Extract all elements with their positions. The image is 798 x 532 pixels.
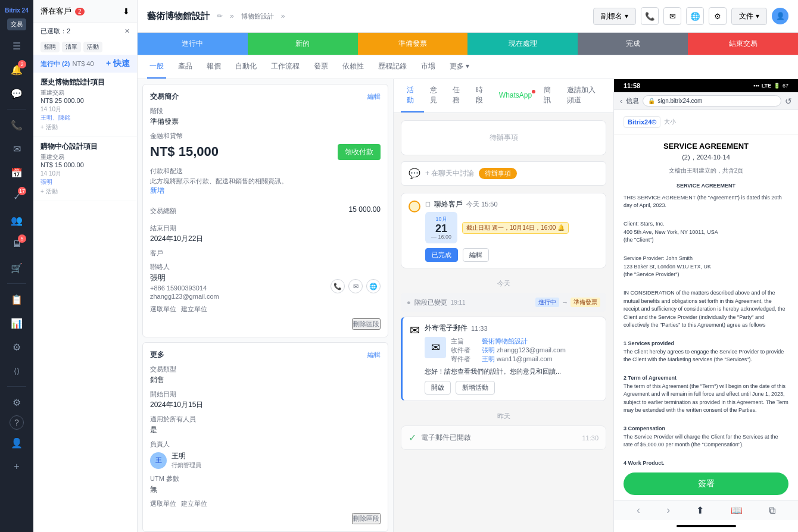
contact-call-icon[interactable]: 📞 — [331, 279, 345, 293]
tab-invoice[interactable]: 發票 — [311, 55, 331, 79]
activity-tab-sms[interactable]: 簡訊 — [538, 79, 561, 112]
doc-nav-prev[interactable]: ‹ — [637, 504, 640, 517]
exchange-btn[interactable]: 交易 — [7, 18, 26, 30]
activity-tab-comments[interactable]: 意見 — [424, 79, 447, 112]
tab-market[interactable]: 市場 — [419, 55, 438, 79]
project-add-activity-2[interactable]: + 活動 — [40, 187, 130, 196]
sidebar-projects-icon[interactable]: 📋 — [6, 289, 27, 310]
tab-products[interactable]: 產品 — [176, 55, 195, 79]
email-add-activity-btn[interactable]: 新增活動 — [456, 381, 495, 395]
sign-btn[interactable]: 簽署 — [624, 472, 788, 495]
stage-end[interactable]: 結束交易 — [688, 33, 798, 55]
alias-btn[interactable]: 副標名 ▾ — [593, 8, 636, 25]
sidebar-chat-icon[interactable]: 💬 — [6, 83, 27, 104]
globe-btn[interactable]: 🌐 — [686, 7, 704, 25]
doc-back-icon[interactable]: ‹ — [620, 96, 622, 105]
tab-dependencies[interactable]: 依賴性 — [340, 55, 366, 79]
call-btn[interactable]: 📞 — [641, 7, 659, 25]
deal-info-edit[interactable]: 編輯 — [367, 92, 381, 101]
clear-icon[interactable]: ✕ — [124, 27, 130, 35]
main-content: 藝術博物館設計 ✏ » 博物館設計 » 副標名 ▾ 📞 ✉ 🌐 ⚙ 文件 ▾ 👤… — [138, 0, 798, 532]
doc-nav-next[interactable]: › — [666, 504, 670, 517]
filter-tag-activity[interactable]: 活動 — [83, 42, 102, 52]
document-btn[interactable]: 文件 ▾ — [731, 8, 767, 25]
payment-info: 此方塊將顯示示付款、配送和銷售的相關資訊。 — [150, 177, 381, 186]
doc-nav-copy[interactable]: ⧉ — [769, 505, 775, 516]
chat-bar[interactable]: 💬 + 在聊天中討論 待辦事項 — [401, 161, 606, 186]
sidebar-code-icon[interactable]: ⟨⟩ — [6, 360, 27, 381]
activity-feed: 待辦事項 💬 + 在聊天中討論 待辦事項 — [394, 113, 613, 532]
activity-tab-activity[interactable]: 活動 — [401, 79, 424, 112]
deal-info-section: 交易簡介 編輯 階段 準備發票 金融和貸幣 NT$ 15,000 領收付款 付 — [142, 84, 388, 337]
pick-position-btn-2[interactable]: 選取單位 — [150, 499, 176, 508]
tab-general[interactable]: 一般 — [147, 55, 166, 79]
contact-row: 張明 +886 15900393014 zhangg123@gmail.com … — [150, 273, 381, 300]
activity-tab-tasks[interactable]: 任務 — [447, 79, 470, 112]
project-name-2: 購物中心設計項目 — [40, 142, 130, 152]
email-open-btn[interactable]: 開啟 — [425, 381, 451, 395]
checkbox-icon[interactable]: ☐ — [425, 201, 431, 208]
gear-btn[interactable]: ⚙ — [709, 7, 727, 25]
sidebar-automation-icon[interactable]: ⚙ — [6, 336, 27, 358]
sidebar-tasks-icon[interactable]: ✓17 — [6, 186, 27, 207]
sidebar-store-icon[interactable]: 🛒 — [6, 257, 27, 278]
filter-tag-recruit[interactable]: 招聘 — [40, 42, 60, 52]
sidebar-reports-icon[interactable]: 📊 — [6, 312, 27, 334]
edit-btn[interactable]: 編輯 — [463, 248, 489, 262]
stage-processing[interactable]: 現在處理 — [467, 33, 578, 55]
tab-workflow[interactable]: 工作流程 — [269, 55, 302, 79]
new-link[interactable]: 新增 — [150, 186, 381, 196]
pending-text: 待辦事項 — [413, 133, 594, 143]
email-activity-icon: ✉ — [410, 323, 420, 337]
activity-tab-whatsapp[interactable]: WhatsApp — [493, 85, 538, 107]
project-add-activity-1[interactable]: + 活動 — [40, 123, 130, 132]
sidebar-crm-icon[interactable]: 👥 — [6, 209, 27, 231]
stage-invoice[interactable]: 準備發票 — [358, 33, 468, 55]
create-position-btn-1[interactable]: 建立單位 — [181, 305, 207, 314]
create-position-btn-2[interactable]: 建立單位 — [181, 499, 207, 508]
sidebar-plus-icon[interactable]: + — [6, 456, 27, 477]
more-section-edit[interactable]: 編輯 — [367, 351, 381, 359]
tab-more[interactable]: 更多 ▾ — [447, 55, 472, 79]
sidebar-menu-icon[interactable]: ☰ — [6, 35, 27, 57]
doc-nav-share[interactable]: ⬆ — [696, 505, 704, 516]
stage-value: 準備發票 — [150, 117, 381, 127]
sidebar-calendar-icon[interactable]: 📅 — [6, 162, 27, 183]
doc-url-input[interactable]: 🔒 sign.bitrix24.com — [643, 95, 781, 107]
add-shortcut-btn[interactable]: + 快速 — [106, 58, 130, 69]
contact-email-icon[interactable]: ✉ — [348, 279, 363, 293]
stage-in-progress[interactable]: 進行中 — [138, 33, 248, 55]
sidebar-mail-icon[interactable]: ✉ — [6, 138, 27, 159]
pick-position-btn-1[interactable]: 選取單位 — [150, 305, 176, 314]
tab-automation[interactable]: 自動化 — [233, 55, 259, 79]
done-btn[interactable]: 已完成 — [425, 248, 458, 262]
sidebar-drive-icon[interactable]: 🖥5 — [6, 233, 27, 255]
doc-reload-icon[interactable]: ↺ — [785, 96, 792, 106]
user-avatar[interactable]: 👤 — [772, 8, 788, 24]
tab-quotes[interactable]: 報價 — [204, 55, 223, 79]
doc-nav-read[interactable]: 📖 — [731, 505, 743, 516]
sidebar-phone-icon[interactable]: 📞 — [6, 114, 27, 136]
apply-all-label: 適用於所有人員 — [150, 415, 381, 424]
collect-btn[interactable]: 領收付款 — [338, 144, 381, 160]
sidebar-user-icon[interactable]: 👤 — [6, 432, 27, 453]
delete-segment-btn-2[interactable]: 刪除區段 — [352, 513, 381, 524]
tab-history[interactable]: 歷程記錄 — [376, 55, 409, 79]
inbox-download-icon[interactable]: ⬇ — [123, 7, 130, 16]
sidebar-help-icon[interactable]: ? — [10, 415, 24, 430]
stage-new[interactable]: 新的 — [248, 33, 358, 55]
contact-globe-icon[interactable]: 🌐 — [366, 279, 381, 293]
delete-segment-btn-1[interactable]: 刪除區段 — [352, 318, 381, 330]
sidebar-notification-icon[interactable]: 🔔2 — [6, 59, 27, 80]
email-btn[interactable]: ✉ — [663, 7, 681, 25]
email-thumb: ✉ — [425, 337, 446, 358]
project-item-mall[interactable]: 購物中心設計項目 重建交易 NT$ 15 000.00 14 10月 張明 + … — [33, 137, 137, 201]
filter-tag-list[interactable]: 清單 — [62, 42, 81, 52]
sidebar-settings-icon[interactable]: ⚙ — [6, 392, 27, 413]
project-item-history[interactable]: 歷史博物館設計項目 重建交易 NT$ 25 000.00 14 10月 王明、陳… — [33, 73, 137, 137]
deal-edit-icon[interactable]: ✏ — [217, 12, 223, 20]
email-action-btns: 開啟 新增活動 — [425, 381, 598, 395]
stage-done[interactable]: 完成 — [578, 33, 688, 55]
activity-tab-invite[interactable]: 邀請加入頻道 — [561, 79, 606, 112]
activity-tab-slots[interactable]: 時段 — [470, 79, 493, 112]
